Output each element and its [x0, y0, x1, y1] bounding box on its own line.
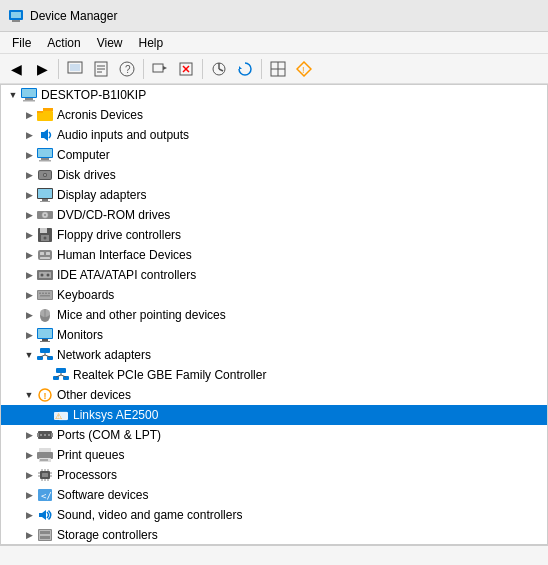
svg-rect-95 — [39, 448, 51, 452]
tree-item-keyboard[interactable]: ▶ Keyboards — [1, 285, 547, 305]
toolbar-sep-4 — [261, 59, 262, 79]
svg-rect-61 — [42, 293, 44, 295]
toolbar-btn-8[interactable]: ! — [292, 57, 316, 81]
mice-icon — [37, 307, 53, 323]
toolbar-btn-5[interactable] — [207, 57, 231, 81]
toolbar: ◀ ▶ ? ! — [0, 54, 548, 84]
svg-rect-70 — [42, 339, 48, 341]
linksys-icon: ⚠ — [53, 407, 69, 423]
tree-item-network[interactable]: ▼ Network adapters — [1, 345, 547, 365]
svg-rect-78 — [56, 368, 66, 373]
acronis-label: Acronis Devices — [57, 108, 143, 122]
processors-label: Processors — [57, 468, 117, 482]
toolbar-sep-3 — [202, 59, 203, 79]
toolbar-btn-help[interactable]: ? — [115, 57, 139, 81]
toolbar-btn-7[interactable] — [266, 57, 290, 81]
ports-icon — [37, 427, 53, 443]
tree-item-linksys[interactable]: ▶ ⚠ Linksys AE2500 — [1, 405, 547, 425]
expand-icon-mice: ▶ — [21, 305, 37, 325]
svg-rect-4 — [70, 64, 80, 71]
toolbar-btn-6[interactable] — [233, 57, 257, 81]
svg-rect-28 — [23, 100, 35, 102]
tree-item-hid[interactable]: ▶ Human Interface Devices — [1, 245, 547, 265]
storage-icon — [37, 527, 53, 543]
expand-icon-root: ▼ — [5, 85, 21, 105]
expand-icon-audio: ▶ — [21, 125, 37, 145]
svg-rect-115 — [40, 531, 50, 534]
svg-rect-98 — [40, 459, 48, 461]
svg-text:!: ! — [44, 391, 47, 401]
tree-item-disk[interactable]: ▶ Disk drives — [1, 165, 547, 185]
disk-label: Disk drives — [57, 168, 116, 182]
ide-icon — [37, 267, 53, 283]
svg-rect-1 — [11, 12, 21, 18]
acronis-icon — [37, 107, 53, 123]
tree-item-acronis[interactable]: ▶ Acronis Devices — [1, 105, 547, 125]
tree-item-audio[interactable]: ▶ Audio inputs and outputs — [1, 125, 547, 145]
tree-root[interactable]: ▼ DESKTOP-B1I0KIP — [1, 85, 547, 105]
tree-item-ide[interactable]: ▶ IDE ATA/ATAPI controllers — [1, 265, 547, 285]
toolbar-btn-4[interactable] — [174, 57, 198, 81]
menu-file[interactable]: File — [4, 34, 39, 52]
svg-line-18 — [219, 69, 223, 71]
tree-item-floppy[interactable]: ▶ Floppy drive controllers — [1, 225, 547, 245]
disk-icon — [37, 167, 53, 183]
tree-item-dvd[interactable]: ▶ DVD/CD-ROM drives — [1, 205, 547, 225]
print-label: Print queues — [57, 448, 124, 462]
tree-item-ports[interactable]: ▶ Ports (COM & LPT) — [1, 425, 547, 445]
keyboard-label: Keyboards — [57, 288, 114, 302]
keyboard-icon — [37, 287, 53, 303]
software-label: Software devices — [57, 488, 148, 502]
tree-item-other[interactable]: ▼ ! Other devices — [1, 385, 547, 405]
svg-point-45 — [44, 214, 46, 216]
other-label: Other devices — [57, 388, 131, 402]
svg-rect-93 — [37, 433, 39, 437]
svg-text:</>: </> — [41, 491, 53, 501]
toolbar-btn-1[interactable] — [63, 57, 87, 81]
menu-help[interactable]: Help — [131, 34, 172, 52]
linksys-label: Linksys AE2500 — [73, 408, 158, 422]
toolbar-btn-2[interactable] — [89, 57, 113, 81]
device-tree[interactable]: ▼ DESKTOP-B1I0KIP ▶ Acronis Devices ▶ — [0, 84, 548, 545]
tree-item-processors[interactable]: ▶ Processors — [1, 465, 547, 485]
back-button[interactable]: ◀ — [4, 57, 28, 81]
tree-item-realtek[interactable]: ▶ Realtek PCIe GBE Family Controller — [1, 365, 547, 385]
root-label: DESKTOP-B1I0KIP — [41, 88, 146, 102]
realtek-label: Realtek PCIe GBE Family Controller — [73, 368, 266, 382]
monitor-icon — [37, 327, 53, 343]
svg-rect-26 — [22, 89, 36, 97]
expand-icon: ▶ — [21, 105, 37, 125]
expand-icon-floppy: ▶ — [21, 225, 37, 245]
tree-item-display[interactable]: ▶ Display adapters — [1, 185, 547, 205]
expand-icon-computer: ▶ — [21, 145, 37, 165]
menu-action[interactable]: Action — [39, 34, 88, 52]
tree-item-software[interactable]: ▶ </> Software devices — [1, 485, 547, 505]
svg-rect-94 — [51, 433, 53, 437]
tree-item-monitors[interactable]: ▶ Monitors — [1, 325, 547, 345]
svg-rect-42 — [40, 201, 50, 202]
expand-icon-network: ▼ — [21, 345, 37, 365]
tree-item-mice[interactable]: ▶ Mice and other pointing devices — [1, 305, 547, 325]
svg-rect-27 — [25, 98, 33, 100]
svg-marker-19 — [239, 66, 242, 69]
toolbar-sep-1 — [58, 59, 59, 79]
tree-item-sound[interactable]: ▶ Sound, video and game controllers — [1, 505, 547, 525]
menu-view[interactable]: View — [89, 34, 131, 52]
status-bar — [0, 545, 548, 565]
svg-rect-2 — [12, 20, 20, 22]
floppy-label: Floppy drive controllers — [57, 228, 181, 242]
svg-rect-69 — [38, 329, 52, 338]
tree-item-print[interactable]: ▶ Print queues — [1, 445, 547, 465]
svg-rect-96 — [37, 452, 53, 459]
forward-button[interactable]: ▶ — [30, 57, 54, 81]
tree-item-computer[interactable]: ▶ Computer — [1, 145, 547, 165]
svg-rect-34 — [39, 160, 51, 162]
toolbar-btn-3[interactable] — [148, 57, 172, 81]
pc-icon — [37, 147, 53, 163]
tree-item-storage[interactable]: ▶ Storage controllers — [1, 525, 547, 545]
title-bar: Device Manager — [0, 0, 548, 32]
svg-point-92 — [48, 434, 50, 436]
svg-point-57 — [47, 274, 50, 277]
expand-icon-monitors: ▶ — [21, 325, 37, 345]
expand-icon-ide: ▶ — [21, 265, 37, 285]
